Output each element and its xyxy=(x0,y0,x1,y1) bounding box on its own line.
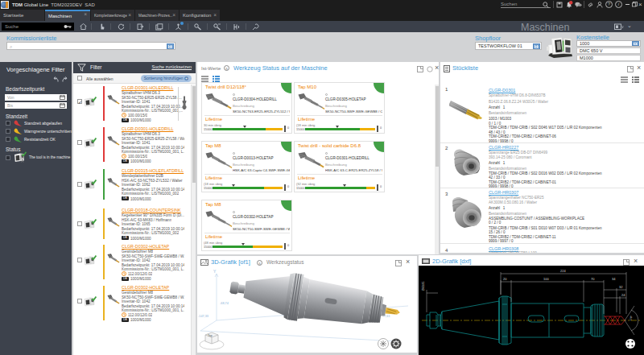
svg-text:Top: Top xyxy=(208,334,213,337)
svg-text:24: 24 xyxy=(621,293,625,297)
svg-text:Ø69,85: Ø69,85 xyxy=(422,281,425,291)
svg-text:100: 100 xyxy=(543,277,549,281)
svg-text:224: 224 xyxy=(560,269,566,273)
svg-text:20: 20 xyxy=(503,277,507,281)
svg-text:70: 70 xyxy=(591,277,595,281)
svg-text:-68,74: -68,74 xyxy=(220,302,229,305)
svg-text:34: 34 xyxy=(612,277,616,281)
svg-text:Y: Y xyxy=(213,269,217,274)
svg-text:-147,33: -147,33 xyxy=(198,315,208,318)
svg-text:32: 32 xyxy=(619,285,623,289)
